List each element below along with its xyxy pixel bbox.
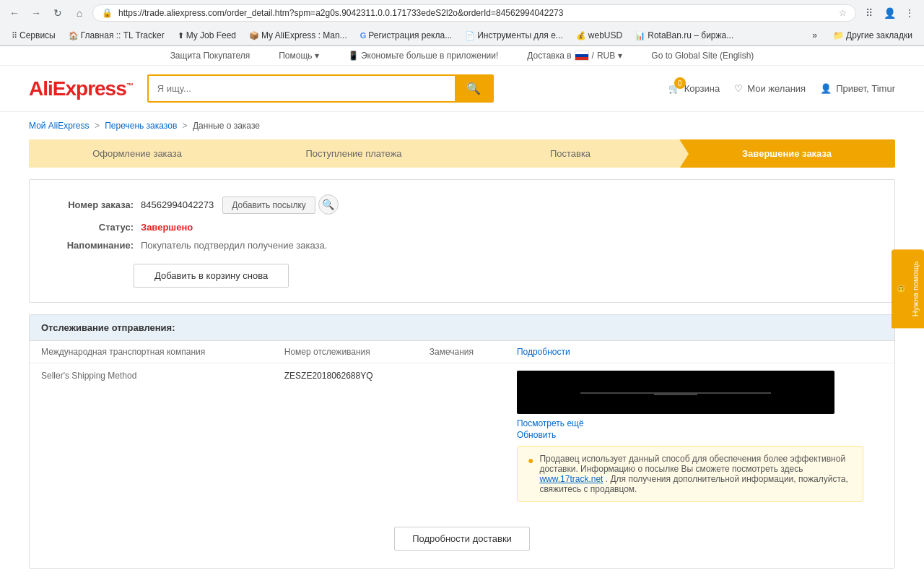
bookmark-webusd-label: webUSD	[588, 30, 622, 40]
help-widget[interactable]: 😊 Нужна помощь	[892, 250, 924, 329]
step-completion: Завершение заказа	[679, 139, 895, 168]
home-button[interactable]: ⌂	[71, 4, 88, 22]
help-label: Помощь	[279, 51, 312, 61]
header-actions: 🛒 0 Корзина ♡ Мои желания 👤 Привет, Timu…	[668, 83, 895, 94]
forward-button[interactable]: →	[27, 4, 45, 22]
cart-count-badge: 0	[674, 77, 686, 89]
breadcrumb: Мой AliExpress > Перечень заказов > Данн…	[0, 112, 924, 139]
url-text: https://trade.aliexpress.com/order_detai…	[118, 8, 833, 18]
bookmark-reg-label: Регистрация рекла...	[368, 30, 452, 40]
col-company-header: Международная транспортная компания	[30, 341, 273, 363]
order-status-field: Статус: Завершено	[47, 222, 877, 233]
bookmark-rotaban-label: RotaBan.ru – биржа...	[648, 30, 733, 40]
add-tracking-button[interactable]: Добавить посылку	[222, 197, 315, 214]
bookmark-folder[interactable]: 📁 Другие закладки	[827, 28, 918, 43]
order-status-label: Статус:	[47, 222, 134, 233]
delivery-chevron-icon: ▾	[618, 51, 622, 61]
profile-button[interactable]: 👤	[881, 4, 898, 22]
cart-button[interactable]: 🛒 0 Корзина	[668, 83, 720, 94]
browser-chrome: ← → ↻ ⌂ 🔒 https://trade.aliexpress.com/o…	[0, 0, 924, 46]
bookmark-instruments-label: Инструменты для е...	[477, 30, 563, 40]
bookmark-instruments[interactable]: 📄 Инструменты для е...	[459, 28, 569, 43]
bookmark-job-feed-label: My Job Feed	[186, 30, 236, 40]
breadcrumb-orders-list[interactable]: Перечень заказов	[105, 121, 177, 131]
step-payment: Поступление платежа	[245, 139, 462, 168]
order-status-value: Завершено	[141, 222, 193, 233]
bookmark-tl-tracker-label: Главная :: TL Tracker	[81, 30, 165, 40]
help-widget-label: Нужна помощь	[911, 262, 920, 317]
bookmarks-more-button[interactable]: »	[806, 28, 823, 43]
menu-button[interactable]: ⋮	[901, 4, 918, 22]
col-remarks-header: Замечания	[418, 341, 505, 363]
tracking-section: Отслеживание отправления: Международная …	[29, 314, 895, 569]
site-header: AliExpress™ 🔍 🛒 0 Корзина ♡ Мои желания …	[0, 66, 924, 112]
currency-label: RUB	[597, 51, 615, 61]
order-number-field: Номер заказа: 84562994042273 Добавить по…	[47, 194, 877, 215]
order-card: Номер заказа: 84562994042273 Добавить по…	[29, 179, 895, 303]
tracking-search-icon[interactable]: 🔍	[318, 194, 339, 215]
breadcrumb-current: Данные о заказе	[193, 121, 260, 131]
refresh-button[interactable]: ↻	[49, 4, 66, 22]
cart-icon-wrap: 🛒 0	[668, 83, 680, 94]
help-widget-icon: 😊	[896, 285, 905, 294]
app-promo: 📱 Экономьте больше в приложении!	[348, 51, 499, 61]
info-text: Продавец использует данный способ для об…	[539, 454, 853, 494]
remarks-cell	[418, 363, 505, 510]
user-button[interactable]: 👤 Привет, Timur	[820, 83, 895, 94]
view-more-link[interactable]: Посмотреть ещё	[517, 418, 883, 428]
tracking-number-value: ZESZE2018062688YQ	[284, 371, 373, 381]
page-wrapper: Защита Покупателя Помощь ▾ 📱 Экономьте б…	[0, 46, 924, 569]
bookmark-webusd[interactable]: 💰 webUSD	[570, 28, 628, 43]
back-button[interactable]: ←	[6, 4, 23, 22]
bookmark-ali-man[interactable]: 📦 My AliExpress : Man...	[243, 28, 353, 43]
bookmark-star-icon[interactable]: ☆	[839, 8, 847, 18]
webusd-icon: 💰	[576, 31, 586, 40]
search-input[interactable]	[149, 76, 455, 101]
instruments-icon: 📄	[465, 31, 475, 40]
google-icon: G	[360, 31, 367, 40]
buyer-protection-link[interactable]: Защита Покупателя	[170, 51, 250, 61]
breadcrumb-my-ali[interactable]: Мой AliExpress	[29, 121, 90, 131]
extensions-button[interactable]: ⠿	[860, 4, 878, 22]
currency-sep: /	[592, 51, 594, 61]
rotaban-icon: 📊	[635, 31, 645, 40]
breadcrumb-sep-1: >	[95, 121, 100, 131]
col-number-header: Номер отслеживания	[273, 341, 418, 363]
add-to-cart-row: Добавить в корзину снова	[134, 258, 877, 288]
bookmark-services[interactable]: ⠿ Сервисы	[6, 28, 61, 43]
ali-man-icon: 📦	[249, 31, 259, 40]
phone-icon: 📱	[348, 51, 359, 61]
track-link[interactable]: www.17track.net	[539, 474, 603, 484]
order-reminder-field: Напоминание: Покупатель подтвердил получ…	[47, 240, 877, 251]
help-link[interactable]: Помощь ▾	[279, 51, 318, 61]
tracking-map-image: ▬▬▬▬▬▬	[517, 371, 834, 414]
order-number-value: 84562994042273	[141, 199, 214, 210]
order-steps: Оформление заказа Поступление платежа По…	[29, 139, 895, 168]
delivery-info[interactable]: Доставка в / RUB ▾	[527, 51, 622, 61]
tracking-table-header-row: Международная транспортная компания Номе…	[30, 341, 894, 363]
search-bar: 🔍	[147, 74, 494, 103]
wishlist-button[interactable]: ♡ Мои желания	[734, 83, 806, 94]
order-reminder-label: Напоминание:	[47, 240, 134, 251]
bookmark-tl-tracker[interactable]: 🏠 Главная :: TL Tracker	[63, 28, 170, 43]
bookmark-job-feed[interactable]: ⬆ My Job Feed	[172, 28, 242, 43]
bookmark-reg-reklama[interactable]: G Регистрация рекла...	[354, 28, 458, 43]
bookmark-rotaban[interactable]: 📊 RotaBan.ru – биржа...	[629, 28, 739, 43]
bookmarks-bar: ⠿ Сервисы 🏠 Главная :: TL Tracker ⬆ My J…	[0, 26, 924, 46]
add-to-cart-button[interactable]: Добавить в корзину снова	[134, 264, 289, 288]
order-reminder-value: Покупатель подтвердил получение заказа.	[141, 240, 327, 251]
site-logo[interactable]: AliExpress™	[29, 77, 133, 100]
delivery-details-row: Подробности доставки	[30, 509, 894, 568]
top-info-bar: Защита Покупателя Помощь ▾ 📱 Экономьте б…	[0, 46, 924, 66]
col-details-header[interactable]: Подробности	[505, 341, 894, 363]
address-bar[interactable]: 🔒 https://trade.aliexpress.com/order_det…	[92, 4, 856, 22]
global-site-link[interactable]: Go to Global Site (English)	[651, 51, 754, 61]
search-button[interactable]: 🔍	[455, 76, 492, 101]
bookmark-services-label: Сервисы	[19, 30, 56, 40]
job-feed-icon: ⬆	[178, 31, 184, 40]
info-box: ● Продавец использует данный способ для …	[517, 446, 863, 502]
folder-label: Другие закладки	[846, 30, 912, 40]
refresh-link[interactable]: Обновить	[517, 430, 883, 440]
table-row: Seller's Shipping Method ZESZE2018062688…	[30, 363, 894, 510]
delivery-details-button[interactable]: Подробности доставки	[394, 527, 530, 551]
